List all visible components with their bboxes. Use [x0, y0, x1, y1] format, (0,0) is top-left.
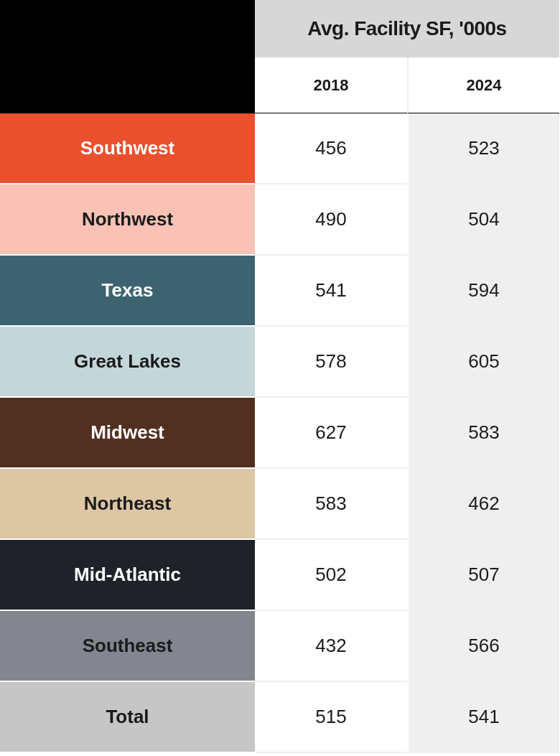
- cell-mid-atlantic-2018: 502: [255, 540, 407, 611]
- row-label-northwest: Northwest: [0, 185, 255, 256]
- col-header-2024: 2024: [407, 57, 559, 113]
- row-label-southwest: Southwest: [0, 113, 255, 185]
- cell-southwest-2018: 456: [255, 113, 407, 185]
- row-label-northeast: Northeast: [0, 469, 255, 540]
- cell-great-lakes-2018: 578: [255, 327, 407, 398]
- cell-southeast-2018: 432: [255, 611, 407, 682]
- corner-cell: [0, 0, 255, 113]
- cell-northwest-2018: 490: [255, 185, 407, 256]
- row-label-total: Total: [0, 682, 255, 753]
- cell-texas-2018: 541: [255, 256, 407, 327]
- cell-northeast-2024: 462: [407, 469, 559, 540]
- row-label-texas: Texas: [0, 256, 255, 327]
- row-label-mid-atlantic: Mid-Atlantic: [0, 540, 255, 611]
- row-label-southeast: Southeast: [0, 611, 255, 682]
- facility-table: Avg. Facility SF, '000s 2018 2024 Southw…: [0, 0, 559, 753]
- row-label-great-lakes: Great Lakes: [0, 327, 255, 398]
- cell-total-2018: 515: [255, 682, 407, 753]
- cell-northwest-2024: 504: [407, 185, 559, 256]
- cell-midwest-2024: 583: [407, 398, 559, 469]
- table-title: Avg. Facility SF, '000s: [255, 0, 559, 57]
- col-header-2018: 2018: [255, 57, 407, 113]
- cell-great-lakes-2024: 605: [407, 327, 559, 398]
- cell-texas-2024: 594: [407, 256, 559, 327]
- cell-southeast-2024: 566: [407, 611, 559, 682]
- cell-mid-atlantic-2024: 507: [407, 540, 559, 611]
- cell-total-2024: 541: [407, 682, 559, 753]
- cell-northeast-2018: 583: [255, 469, 407, 540]
- cell-southwest-2024: 523: [407, 113, 559, 185]
- row-label-midwest: Midwest: [0, 398, 255, 469]
- cell-midwest-2018: 627: [255, 398, 407, 469]
